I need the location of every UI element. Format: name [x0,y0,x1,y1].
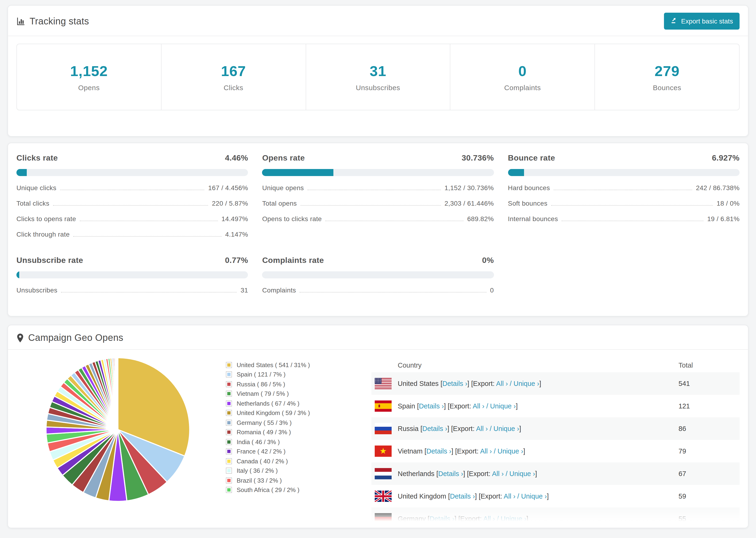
country-cell: Spain [Details ›] [Export: All › / Uniqu… [398,402,678,410]
stat-unsubscribes: 31Unsubscribes [306,44,451,110]
rate-value: 0% [482,256,494,265]
legend-label: Brazil ( 33 / 2% ) [237,477,282,484]
page-title-wrap: Tracking stats [17,16,89,27]
export-unique-link[interactable]: Unique › [501,515,526,522]
export-all-link[interactable]: All › [492,470,504,477]
detail-value: 31 [241,286,248,294]
rate-block-opens-rate: Opens rate30.736%Unique opens1,152 / 30.… [262,153,494,238]
legend-label: Russia ( 86 / 5% ) [237,381,285,388]
details-link[interactable]: Details › [419,402,444,410]
legend-item-france[interactable]: France ( 42 / 2% ) [226,447,371,456]
detail-value: 19 / 6.81% [707,215,739,223]
geo-table-header: Country Total [371,358,739,372]
flag-gb-icon [375,491,392,502]
pie-legend: United States ( 541 / 31% )Spain ( 121 /… [226,350,371,528]
export-all-link[interactable]: All › [504,493,515,500]
dotted-leader [307,190,441,190]
detail-value: 167 / 4.456% [208,184,248,191]
country-name: United States [398,380,441,387]
detail-value: 14.497% [221,215,248,223]
rate-title: Opens rate [262,153,305,163]
geo-table-body: United States [Details ›] [Export: All ›… [371,372,739,528]
legend-item-netherlands[interactable]: Netherlands ( 67 / 4% ) [226,399,371,408]
detail-value: 220 / 5.87% [212,199,248,207]
export-basic-stats-button[interactable]: Export basic stats [664,13,739,29]
slash-separator: / [484,402,490,410]
legend-item-vietnam[interactable]: Vietnam ( 79 / 5% ) [226,389,371,399]
export-all-link[interactable]: All › [473,402,484,410]
rate-value: 0.77% [225,256,248,265]
export-unique-link[interactable]: Unique › [490,402,516,410]
export-unique-link[interactable]: Unique › [513,380,539,387]
export-all-link[interactable]: All › [483,515,495,522]
stat-value-opens: 1,152 [70,63,108,80]
details-link[interactable]: Details › [422,425,447,432]
detail-row-click-through-rate: Click through rate4.147% [17,231,248,238]
export-all-link[interactable]: All › [480,447,492,455]
detail-value: 1,152 / 30.736% [445,184,494,191]
bracket: ] [547,493,549,500]
legend-label: United States ( 541 / 31% ) [237,361,310,368]
legend-swatch [226,362,232,368]
export-all-link[interactable]: All › [496,380,508,387]
stat-opens: 1,152Opens [17,44,162,110]
detail-row-opens-to-clicks-rate: Opens to clicks rate689.82% [262,215,494,223]
total-cell: 79 [678,447,739,455]
detail-row-hard-bounces: Hard bounces242 / 86.738% [508,184,739,191]
legend-item-united-kingdom[interactable]: United Kingdom ( 59 / 3% ) [226,408,371,418]
header-divider [8,36,748,36]
table-row-germany: Germany [Details ›] [Export: All › / Uni… [371,508,739,528]
table-row-russia: Russia [Details ›] [Export: All › / Uniq… [371,417,739,440]
dotted-leader [61,292,237,293]
details-link[interactable]: Details › [426,447,451,455]
bracket: [ [424,447,426,455]
details-link[interactable]: Details › [442,380,467,387]
country-cell: United Kingdom [Details ›] [Export: All … [398,493,678,500]
bracket: [ [441,380,442,387]
legend-label: South Africa ( 29 / 2% ) [237,487,299,494]
bracket: ] [Export: [475,493,504,500]
export-unique-link[interactable]: Unique › [498,447,523,455]
legend-item-canada[interactable]: Canada ( 40 / 2% ) [226,456,371,466]
slash-separator: / [515,493,521,500]
pie-slice-other [118,358,118,430]
legend-label: Romania ( 49 / 3% ) [237,429,291,436]
legend-swatch [226,401,232,406]
legend-item-india[interactable]: India ( 46 / 3% ) [226,437,371,447]
bracket: [ [428,515,429,522]
bracket: ] [Export: [455,515,483,522]
rate-title: Clicks rate [17,153,58,163]
legend-swatch [226,468,232,474]
details-link[interactable]: Details › [450,493,475,500]
export-all-link[interactable]: All › [476,425,488,432]
legend-item-brazil[interactable]: Brazil ( 33 / 2% ) [226,476,371,485]
geo-content: United States ( 541 / 31% )Spain ( 121 /… [8,350,748,528]
legend-item-russia[interactable]: Russia ( 86 / 5% ) [226,379,371,389]
rate-value: 4.46% [225,153,248,163]
detail-row-clicks-to-opens-rate: Clicks to opens rate14.497% [17,215,248,223]
stat-label-opens: Opens [78,83,99,91]
rate-head-bounce-rate: Bounce rate6.927% [508,153,739,163]
export-unique-link[interactable]: Unique › [510,470,535,477]
dotted-leader [326,221,463,221]
details-link[interactable]: Details › [438,470,463,477]
legend-item-germany[interactable]: Germany ( 55 / 3% ) [226,418,371,427]
legend-item-romania[interactable]: Romania ( 49 / 3% ) [226,427,371,437]
progress-track [262,169,494,176]
export-unique-link[interactable]: Unique › [521,493,547,500]
legend-item-italy[interactable]: Italy ( 36 / 2% ) [226,466,371,476]
detail-label: Opens to clicks rate [262,215,322,223]
legend-item-united-states[interactable]: United States ( 541 / 31% ) [226,360,371,370]
rate-block-complaints-rate: Complaints rate0%Complaints0 [262,256,494,294]
summary-stats: 1,152Opens167Clicks31Unsubscribes0Compla… [17,44,739,110]
rates-card: Clicks rate4.46%Unique clicks167 / 4.456… [8,143,748,316]
legend-item-spain[interactable]: Spain ( 121 / 7% ) [226,370,371,379]
details-link[interactable]: Details › [429,515,454,522]
export-unique-link[interactable]: Unique › [494,425,519,432]
legend-label: Italy ( 36 / 2% ) [237,467,278,474]
detail-label: Total opens [262,199,297,207]
legend-label: Spain ( 121 / 7% ) [237,371,286,378]
legend-item-south-africa[interactable]: South Africa ( 29 / 2% ) [226,485,371,495]
country-name: Vietnam [398,447,424,455]
legend-label: Netherlands ( 67 / 4% ) [237,400,299,407]
